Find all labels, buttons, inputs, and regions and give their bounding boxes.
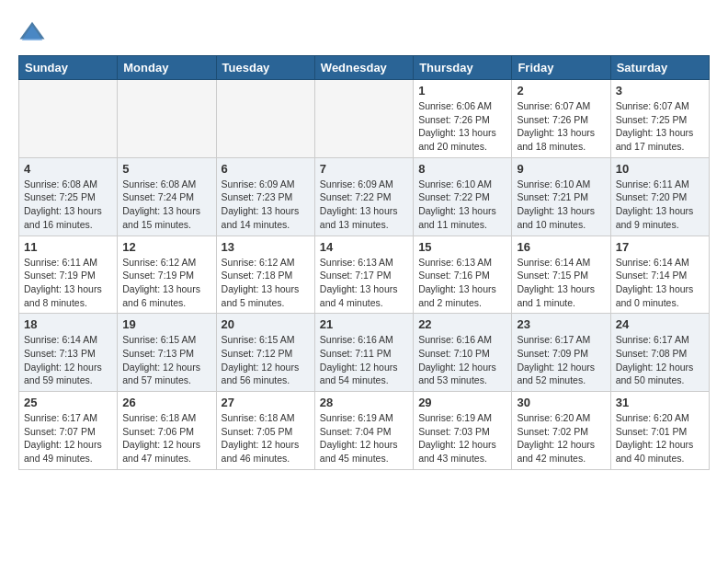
calendar-cell: 19Sunrise: 6:15 AMSunset: 7:13 PMDayligh… [118, 314, 216, 392]
calendar-cell: 23Sunrise: 6:17 AMSunset: 7:09 PMDayligh… [512, 314, 610, 392]
day-info: Sunrise: 6:11 AMSunset: 7:20 PMDaylight:… [616, 178, 704, 232]
day-number: 23 [517, 317, 605, 331]
day-info: Sunrise: 6:10 AMSunset: 7:21 PMDaylight:… [517, 178, 605, 232]
weekday-header-monday: Monday [118, 56, 216, 80]
day-info: Sunrise: 6:08 AMSunset: 7:24 PMDaylight:… [122, 178, 210, 232]
day-info: Sunrise: 6:09 AMSunset: 7:22 PMDaylight:… [320, 178, 408, 232]
weekday-header-thursday: Thursday [414, 56, 512, 80]
calendar-cell: 24Sunrise: 6:17 AMSunset: 7:08 PMDayligh… [610, 314, 709, 392]
day-number: 29 [418, 396, 506, 409]
day-number: 15 [418, 240, 506, 254]
day-number: 18 [24, 317, 112, 331]
day-info: Sunrise: 6:17 AMSunset: 7:08 PMDaylight:… [616, 333, 704, 387]
day-number: 5 [122, 162, 210, 176]
day-number: 6 [222, 162, 310, 176]
day-info: Sunrise: 6:16 AMSunset: 7:11 PMDaylight:… [320, 333, 408, 387]
calendar-cell: 15Sunrise: 6:13 AMSunset: 7:16 PMDayligh… [414, 236, 512, 314]
day-number: 28 [320, 396, 408, 409]
day-info: Sunrise: 6:13 AMSunset: 7:17 PMDaylight:… [320, 256, 408, 310]
calendar-cell: 10Sunrise: 6:11 AMSunset: 7:20 PMDayligh… [610, 157, 709, 236]
calendar-cell: 5Sunrise: 6:08 AMSunset: 7:24 PMDaylight… [118, 157, 216, 236]
calendar-cell: 21Sunrise: 6:16 AMSunset: 7:11 PMDayligh… [314, 314, 413, 392]
weekday-header-tuesday: Tuesday [216, 56, 314, 80]
day-number: 25 [24, 396, 112, 409]
calendar-cell: 4Sunrise: 6:08 AMSunset: 7:25 PMDaylight… [19, 157, 118, 236]
day-info: Sunrise: 6:12 AMSunset: 7:18 PMDaylight:… [222, 256, 310, 310]
day-info: Sunrise: 6:14 AMSunset: 7:14 PMDaylight:… [616, 256, 704, 310]
calendar-cell: 28Sunrise: 6:19 AMSunset: 7:04 PMDayligh… [314, 392, 413, 470]
week-row-5: 25Sunrise: 6:17 AMSunset: 7:07 PMDayligh… [19, 392, 710, 470]
day-number: 22 [418, 317, 506, 331]
day-number: 13 [222, 240, 310, 254]
day-number: 31 [616, 396, 704, 409]
day-number: 11 [24, 240, 112, 254]
calendar-cell: 9Sunrise: 6:10 AMSunset: 7:21 PMDaylight… [512, 157, 610, 236]
week-row-2: 4Sunrise: 6:08 AMSunset: 7:25 PMDaylight… [19, 157, 710, 236]
calendar-cell: 27Sunrise: 6:18 AMSunset: 7:05 PMDayligh… [216, 392, 314, 470]
day-number: 9 [517, 162, 605, 176]
day-info: Sunrise: 6:07 AMSunset: 7:25 PMDaylight:… [616, 99, 704, 154]
day-info: Sunrise: 6:14 AMSunset: 7:15 PMDaylight:… [517, 256, 605, 310]
weekday-header-saturday: Saturday [610, 56, 709, 80]
day-info: Sunrise: 6:20 AMSunset: 7:01 PMDaylight:… [616, 411, 704, 465]
calendar-cell: 7Sunrise: 6:09 AMSunset: 7:22 PMDaylight… [314, 157, 413, 236]
day-info: Sunrise: 6:16 AMSunset: 7:10 PMDaylight:… [418, 333, 506, 387]
calendar-cell: 11Sunrise: 6:11 AMSunset: 7:19 PMDayligh… [19, 236, 118, 314]
day-info: Sunrise: 6:08 AMSunset: 7:25 PMDaylight:… [24, 178, 112, 232]
calendar-cell [19, 80, 118, 158]
day-number: 12 [122, 240, 210, 254]
day-info: Sunrise: 6:12 AMSunset: 7:19 PMDaylight:… [122, 256, 210, 310]
week-row-3: 11Sunrise: 6:11 AMSunset: 7:19 PMDayligh… [19, 236, 710, 314]
week-row-1: 1Sunrise: 6:06 AMSunset: 7:26 PMDaylight… [19, 80, 710, 158]
week-row-4: 18Sunrise: 6:14 AMSunset: 7:13 PMDayligh… [19, 314, 710, 392]
day-info: Sunrise: 6:18 AMSunset: 7:05 PMDaylight:… [222, 411, 310, 465]
calendar-cell: 13Sunrise: 6:12 AMSunset: 7:18 PMDayligh… [216, 236, 314, 314]
day-number: 2 [517, 84, 605, 98]
day-number: 1 [418, 84, 506, 98]
day-number: 19 [122, 317, 210, 331]
day-number: 27 [222, 396, 310, 409]
day-info: Sunrise: 6:10 AMSunset: 7:22 PMDaylight:… [418, 178, 506, 232]
calendar-cell: 2Sunrise: 6:07 AMSunset: 7:26 PMDaylight… [512, 80, 610, 158]
calendar-cell: 1Sunrise: 6:06 AMSunset: 7:26 PMDaylight… [414, 80, 512, 158]
calendar-cell: 22Sunrise: 6:16 AMSunset: 7:10 PMDayligh… [414, 314, 512, 392]
day-info: Sunrise: 6:14 AMSunset: 7:13 PMDaylight:… [24, 333, 112, 387]
calendar-cell: 29Sunrise: 6:19 AMSunset: 7:03 PMDayligh… [414, 392, 512, 470]
day-number: 14 [320, 240, 408, 254]
day-info: Sunrise: 6:15 AMSunset: 7:12 PMDaylight:… [222, 333, 310, 387]
calendar-cell [216, 80, 314, 158]
day-number: 3 [616, 84, 704, 98]
day-number: 17 [616, 240, 704, 254]
calendar-cell: 14Sunrise: 6:13 AMSunset: 7:17 PMDayligh… [314, 236, 413, 314]
calendar-table: SundayMondayTuesdayWednesdayThursdayFrid… [18, 55, 710, 470]
day-number: 24 [616, 317, 704, 331]
day-info: Sunrise: 6:11 AMSunset: 7:19 PMDaylight:… [24, 256, 112, 310]
day-info: Sunrise: 6:09 AMSunset: 7:23 PMDaylight:… [222, 178, 310, 232]
day-info: Sunrise: 6:13 AMSunset: 7:16 PMDaylight:… [418, 256, 506, 310]
weekday-header-wednesday: Wednesday [314, 56, 413, 80]
logo [18, 18, 48, 46]
day-info: Sunrise: 6:06 AMSunset: 7:26 PMDaylight:… [418, 99, 506, 154]
weekday-header-row: SundayMondayTuesdayWednesdayThursdayFrid… [19, 56, 710, 80]
day-info: Sunrise: 6:20 AMSunset: 7:02 PMDaylight:… [517, 411, 605, 465]
calendar-cell: 18Sunrise: 6:14 AMSunset: 7:13 PMDayligh… [19, 314, 118, 392]
day-number: 4 [24, 162, 112, 176]
day-number: 8 [418, 162, 506, 176]
calendar-cell: 30Sunrise: 6:20 AMSunset: 7:02 PMDayligh… [512, 392, 610, 470]
day-info: Sunrise: 6:07 AMSunset: 7:26 PMDaylight:… [517, 99, 605, 154]
day-info: Sunrise: 6:18 AMSunset: 7:06 PMDaylight:… [122, 411, 210, 465]
page-header [18, 18, 710, 46]
calendar-cell: 20Sunrise: 6:15 AMSunset: 7:12 PMDayligh… [216, 314, 314, 392]
calendar-cell: 12Sunrise: 6:12 AMSunset: 7:19 PMDayligh… [118, 236, 216, 314]
day-number: 7 [320, 162, 408, 176]
weekday-header-sunday: Sunday [19, 56, 118, 80]
calendar-cell: 25Sunrise: 6:17 AMSunset: 7:07 PMDayligh… [19, 392, 118, 470]
calendar-cell [314, 80, 413, 158]
calendar-cell: 31Sunrise: 6:20 AMSunset: 7:01 PMDayligh… [610, 392, 709, 470]
calendar-cell: 16Sunrise: 6:14 AMSunset: 7:15 PMDayligh… [512, 236, 610, 314]
day-number: 21 [320, 317, 408, 331]
weekday-header-friday: Friday [512, 56, 610, 80]
calendar-cell [118, 80, 216, 158]
calendar-cell: 3Sunrise: 6:07 AMSunset: 7:25 PMDaylight… [610, 80, 709, 158]
day-number: 30 [517, 396, 605, 409]
